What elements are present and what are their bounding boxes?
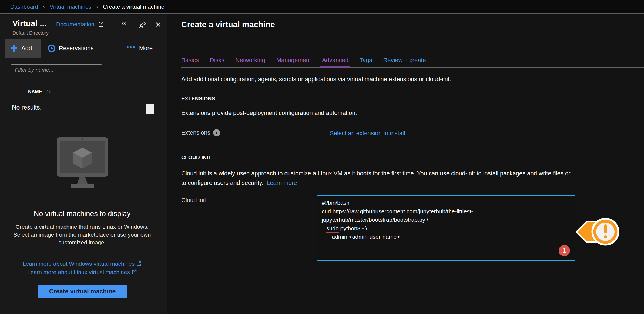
clock-icon bbox=[48, 44, 56, 52]
external-link-icon bbox=[98, 21, 104, 27]
cloud-init-script: #!/bin/bash curl https://raw.githubuserc… bbox=[322, 199, 570, 241]
learn-more-links: Learn more about Windows virtual machine… bbox=[0, 260, 164, 276]
breadcrumb-separator: › bbox=[96, 4, 98, 10]
more-button[interactable]: ••• More bbox=[127, 45, 153, 52]
collapse-panel-icon[interactable]: « bbox=[122, 18, 126, 28]
reservations-button-label: Reservations bbox=[59, 45, 93, 52]
more-button-label: More bbox=[139, 45, 153, 52]
sort-icon[interactable]: ↑↓ bbox=[46, 88, 51, 94]
empty-state-description: Create a virtual machine that runs Linux… bbox=[11, 223, 153, 246]
learn-windows-vm-link[interactable]: Learn more about Windows virtual machine… bbox=[23, 261, 135, 267]
external-link-icon bbox=[136, 261, 142, 266]
add-button-label: Add bbox=[21, 45, 32, 52]
breadcrumb-dashboard[interactable]: Dashboard bbox=[10, 4, 38, 10]
info-icon[interactable]: i bbox=[213, 129, 220, 136]
warning-callout-icon bbox=[573, 212, 627, 252]
ellipsis-icon: ••• bbox=[127, 43, 136, 51]
cloud-init-description-text: Cloud init is a widely used approach to … bbox=[181, 170, 571, 186]
breadcrumb-separator: › bbox=[43, 4, 45, 10]
extensions-description: Extensions provide post-deployment confi… bbox=[181, 110, 357, 117]
close-icon[interactable]: ✕ bbox=[155, 21, 161, 29]
empty-state-heading: No virtual machines to display bbox=[0, 210, 164, 218]
grid-divider bbox=[11, 101, 155, 101]
tab-networking[interactable]: Networking bbox=[236, 57, 265, 68]
panel-toolbar: Add Reservations ••• More bbox=[0, 39, 167, 58]
add-button[interactable]: Add bbox=[5, 39, 41, 58]
cloud-init-input[interactable]: #!/bin/bash curl https://raw.githubuserc… bbox=[317, 195, 575, 261]
extensions-field-label: Extensions bbox=[181, 129, 210, 136]
reservations-button[interactable]: Reservations bbox=[48, 44, 93, 52]
tab-management[interactable]: Management bbox=[276, 57, 311, 68]
tab-intro-text: Add additional configuration, agents, sc… bbox=[181, 76, 451, 83]
tab-advanced[interactable]: Advanced bbox=[322, 57, 348, 68]
virtual-machines-panel: Virtual ... Documentation Default Direct… bbox=[0, 15, 167, 314]
breadcrumb-current-page: Create a virtual machine bbox=[103, 4, 165, 10]
tab-review-create[interactable]: Review + create bbox=[383, 57, 426, 68]
create-virtual-machine-button[interactable]: Create virtual machine bbox=[38, 285, 127, 298]
filter-by-name-input[interactable] bbox=[11, 64, 102, 75]
tab-disks[interactable]: Disks bbox=[210, 57, 224, 68]
documentation-link[interactable]: Documentation bbox=[56, 21, 104, 28]
cloud-init-description: Cloud init is a widely used approach to … bbox=[181, 169, 572, 187]
directory-subtitle: Default Directory bbox=[12, 30, 49, 36]
cloud-init-field-label: Cloud init bbox=[181, 197, 206, 204]
create-vm-blade: Create a virtual machine Basics Disks Ne… bbox=[168, 15, 644, 314]
azure-portal-window: Dashboard › Virtual machines › Create a … bbox=[0, 0, 644, 314]
page-title: Create a virtual machine bbox=[181, 20, 275, 29]
breadcrumb-virtual-machines[interactable]: Virtual machines bbox=[49, 4, 91, 10]
select-extension-link[interactable]: Select an extension to install bbox=[330, 130, 405, 137]
extensions-section-header: EXTENSIONS bbox=[181, 96, 215, 102]
tab-basics[interactable]: Basics bbox=[181, 57, 199, 68]
annotation-step-badge: 1 bbox=[559, 245, 570, 256]
name-column-header[interactable]: NAME bbox=[28, 89, 42, 94]
scrollbar-thumb[interactable] bbox=[146, 104, 154, 114]
learn-linux-vm-link[interactable]: Learn more about Linux virtual machines bbox=[27, 269, 130, 275]
wizard-tabs: Basics Disks Networking Management Advan… bbox=[168, 39, 644, 68]
tab-tags[interactable]: Tags bbox=[360, 57, 372, 68]
cloud-init-section-header: CLOUD INIT bbox=[181, 155, 212, 161]
spellcheck-flagged-word: sudo bbox=[326, 225, 339, 233]
blade-header: Create a virtual machine bbox=[168, 15, 644, 39]
panel-header: Virtual ... Documentation Default Direct… bbox=[0, 15, 167, 39]
extensions-field-row: Extensions i Select an extension to inst… bbox=[181, 129, 644, 136]
no-results-text: No results. bbox=[12, 104, 42, 111]
external-link-icon bbox=[132, 269, 137, 275]
empty-vm-illustration bbox=[54, 136, 111, 197]
documentation-label: Documentation bbox=[56, 21, 94, 28]
breadcrumb: Dashboard › Virtual machines › Create a … bbox=[0, 0, 644, 14]
plus-icon bbox=[10, 45, 18, 52]
pin-icon[interactable] bbox=[139, 21, 147, 30]
learn-more-link[interactable]: Learn more bbox=[267, 179, 297, 186]
panel-title: Virtual ... bbox=[12, 19, 46, 28]
advanced-tab-content: Add additional configuration, agents, sc… bbox=[168, 68, 644, 314]
